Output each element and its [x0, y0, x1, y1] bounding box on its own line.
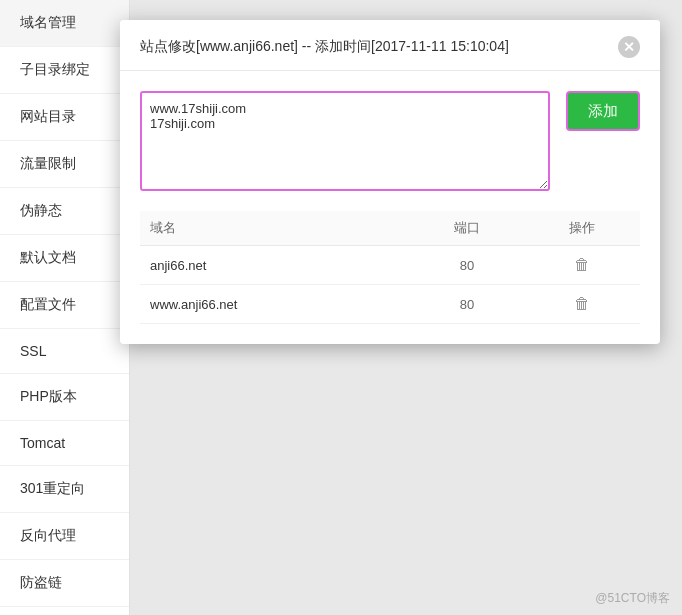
column-domain: 域名	[140, 211, 409, 246]
cell-port: 80	[409, 246, 524, 285]
modal-title: 站点修改[www.anji66.net] -- 添加时间[2017-11-11 …	[140, 38, 509, 56]
delete-icon[interactable]: 🗑	[574, 256, 590, 273]
column-port: 端口	[409, 211, 524, 246]
modal-header: 站点修改[www.anji66.net] -- 添加时间[2017-11-11 …	[120, 20, 660, 71]
input-row: www.17shiji.com 17shiji.com 添加	[140, 91, 640, 191]
cell-domain: anji66.net	[140, 246, 409, 285]
add-domain-button[interactable]: 添加	[566, 91, 640, 131]
sidebar-item-tomcat[interactable]: Tomcat	[0, 421, 129, 466]
watermark: @51CTO博客	[595, 590, 670, 607]
sidebar-item-hotlink[interactable]: 防盗链	[0, 560, 129, 607]
sidebar-item-subdir[interactable]: 子目录绑定	[0, 47, 129, 94]
domain-table: 域名 端口 操作 anji66.net 80 🗑 www.anji66.net	[140, 211, 640, 324]
sidebar-item-config-file[interactable]: 配置文件	[0, 282, 129, 329]
modal-body: www.17shiji.com 17shiji.com 添加 域名 端口 操作	[120, 71, 660, 344]
sidebar-item-redirect[interactable]: 301重定向	[0, 466, 129, 513]
sidebar-item-traffic[interactable]: 流量限制	[0, 141, 129, 188]
column-action: 操作	[525, 211, 640, 246]
modal-dialog: 站点修改[www.anji66.net] -- 添加时间[2017-11-11 …	[120, 20, 660, 344]
delete-icon[interactable]: 🗑	[574, 295, 590, 312]
sidebar-item-webdir[interactable]: 网站目录	[0, 94, 129, 141]
sidebar-item-default-doc[interactable]: 默认文档	[0, 235, 129, 282]
cell-port: 80	[409, 285, 524, 324]
sidebar-item-pseudo-static[interactable]: 伪静态	[0, 188, 129, 235]
sidebar-item-domain[interactable]: 域名管理	[0, 0, 129, 47]
modal-close-button[interactable]: ✕	[618, 36, 640, 58]
domain-textarea[interactable]: www.17shiji.com 17shiji.com	[140, 91, 550, 191]
table-row: www.anji66.net 80 🗑	[140, 285, 640, 324]
table-header-row: 域名 端口 操作	[140, 211, 640, 246]
sidebar-item-reverse-proxy[interactable]: 反向代理	[0, 513, 129, 560]
sidebar: 域名管理 子目录绑定 网站目录 流量限制 伪静态 默认文档 配置文件 SSL P…	[0, 0, 130, 615]
sidebar-item-php[interactable]: PHP版本	[0, 374, 129, 421]
cell-domain: www.anji66.net	[140, 285, 409, 324]
table-row: anji66.net 80 🗑	[140, 246, 640, 285]
cell-action: 🗑	[525, 246, 640, 285]
sidebar-item-ssl[interactable]: SSL	[0, 329, 129, 374]
cell-action: 🗑	[525, 285, 640, 324]
